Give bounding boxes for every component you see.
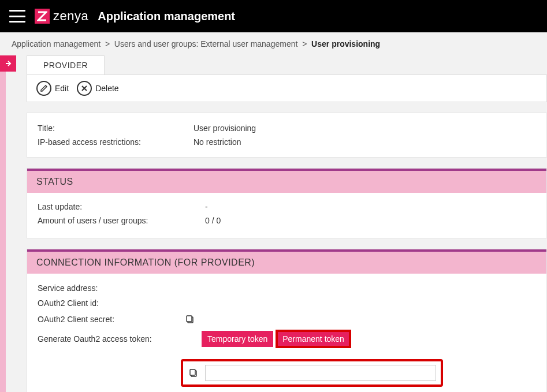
copy-icon[interactable] <box>188 367 199 379</box>
delete-button[interactable]: Delete <box>77 81 118 96</box>
status-section: STATUS Last update: - Amount of users / … <box>27 168 547 238</box>
delete-label: Delete <box>95 84 118 93</box>
breadcrumb-current: User provisioning <box>311 39 380 48</box>
svg-rect-3 <box>190 369 195 375</box>
expand-sidebar-button[interactable] <box>0 55 16 72</box>
breadcrumb-link[interactable]: Application management <box>12 39 101 48</box>
x-icon <box>77 81 92 96</box>
brand-text: zenya <box>53 9 88 24</box>
copy-icon[interactable] <box>184 313 196 325</box>
summary-row: IP-based access restrictions: No restric… <box>38 135 536 149</box>
top-bar: zenya Application management <box>0 0 547 32</box>
breadcrumb-link[interactable]: Users and user groups: External user man… <box>114 39 298 48</box>
token-input[interactable] <box>205 365 436 381</box>
token-output-group <box>181 359 443 387</box>
tab-row: PROVIDER <box>27 55 547 74</box>
pencil-icon <box>36 81 51 96</box>
brand-logo[interactable]: zenya <box>35 9 88 24</box>
edit-button[interactable]: Edit <box>36 81 69 96</box>
tab-provider[interactable]: PROVIDER <box>27 55 105 74</box>
hamburger-icon[interactable] <box>9 10 25 23</box>
status-value: 0 / 0 <box>205 216 536 225</box>
breadcrumb: Application management > Users and user … <box>0 32 547 55</box>
summary-value: User provisioning <box>194 124 536 133</box>
breadcrumb-sep: > <box>302 39 307 48</box>
connection-heading: CONNECTION INFORMATION (FOR PROVIDER) <box>27 252 546 274</box>
edit-label: Edit <box>55 84 69 93</box>
connection-label: Generate Oauth2 access token: <box>38 334 184 344</box>
summary-card: Title: User provisioning IP-based access… <box>27 113 547 158</box>
status-label: Amount of users / user groups: <box>38 216 205 225</box>
connection-section: CONNECTION INFORMATION (FOR PROVIDER) Se… <box>27 249 547 392</box>
connection-label: OAuth2 Client id: <box>38 298 184 308</box>
summary-label: Title: <box>38 124 194 133</box>
connection-row: OAuth2 Client secret: <box>38 311 536 328</box>
brand-mark-icon <box>35 9 50 24</box>
connection-row: Service address: <box>38 281 536 296</box>
side-accent-strip <box>0 72 6 392</box>
summary-label: IP-based access restrictions: <box>38 137 194 147</box>
arrow-right-icon <box>4 59 12 68</box>
connection-label: Service address: <box>38 283 184 293</box>
summary-value: No restriction <box>194 137 536 147</box>
connection-row: OAuth2 Client id: <box>38 296 536 311</box>
temporary-token-button[interactable]: Temporary token <box>202 331 273 347</box>
svg-rect-1 <box>187 316 192 322</box>
app-title: Application management <box>98 10 235 23</box>
status-row: Last update: - <box>38 200 536 214</box>
status-label: Last update: <box>38 202 205 211</box>
status-row: Amount of users / user groups: 0 / 0 <box>38 214 536 227</box>
connection-label: OAuth2 Client secret: <box>38 315 184 324</box>
status-heading: STATUS <box>27 171 546 193</box>
status-value: - <box>205 202 536 211</box>
actions-toolbar: Edit Delete <box>27 74 547 102</box>
connection-row: Generate Oauth2 access token: Temporary … <box>38 328 536 350</box>
breadcrumb-sep: > <box>105 39 110 48</box>
summary-row: Title: User provisioning <box>38 121 536 135</box>
main-content: PROVIDER Edit Delete Title: User provisi… <box>16 55 547 392</box>
permanent-token-button[interactable]: Permanent token <box>277 331 350 347</box>
